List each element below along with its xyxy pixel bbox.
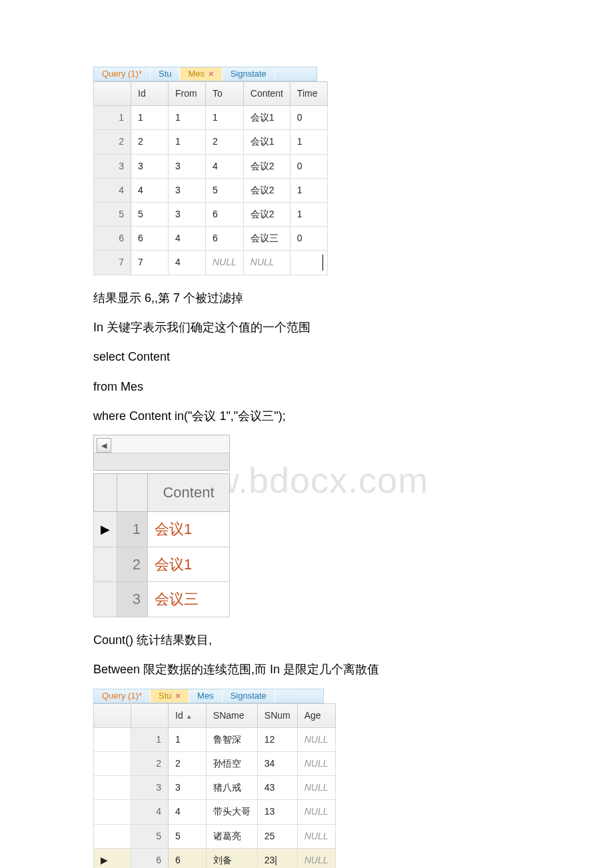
col-age[interactable]: Age (297, 703, 335, 727)
tab-signstate[interactable]: Signstate (223, 689, 275, 703)
row-gutter-header (117, 474, 148, 512)
cell[interactable]: 13 (257, 800, 297, 824)
cell[interactable]: NULL (243, 251, 290, 275)
row-num: 6 (131, 848, 169, 868)
cell[interactable]: 会议2 (243, 202, 290, 226)
cell[interactable]: 会议三 (148, 582, 230, 617)
cell[interactable]: 会议三 (243, 227, 290, 251)
cell[interactable]: 3 (169, 776, 207, 800)
cell[interactable]: 孙悟空 (206, 751, 257, 775)
cell[interactable]: 1 (169, 106, 206, 130)
cell[interactable]: 1 (169, 727, 207, 751)
cell[interactable]: 3 (169, 178, 206, 202)
cell[interactable]: 会议1 (243, 106, 290, 130)
cell[interactable]: 2 (131, 130, 169, 154)
close-icon[interactable]: × (209, 66, 214, 81)
cell[interactable]: 5 (131, 202, 169, 226)
cell[interactable] (290, 251, 327, 275)
cell[interactable]: NULL (297, 776, 335, 800)
cell[interactable]: NULL (297, 727, 335, 751)
cell[interactable]: 0 (290, 106, 327, 130)
row-num: 5 (131, 824, 169, 848)
cell[interactable]: 34 (257, 751, 297, 775)
sql-line: where Content in("会议 1","会议三"); (93, 405, 520, 427)
cell[interactable]: 带头大哥 (206, 800, 257, 824)
cell[interactable]: 0 (290, 227, 327, 251)
cell[interactable]: 23| (257, 848, 297, 868)
col-content[interactable]: Content (243, 82, 290, 106)
col-time[interactable]: Time (290, 82, 327, 106)
cell[interactable]: 6 (206, 202, 244, 226)
row-num: 7 (94, 251, 131, 275)
cell[interactable]: 会议2 (243, 178, 290, 202)
cell[interactable]: 43 (257, 776, 297, 800)
col-sname[interactable]: SName (206, 703, 257, 727)
cell[interactable]: 1 (290, 178, 327, 202)
col-to[interactable]: To (206, 82, 244, 106)
tab-signstate[interactable]: Signstate (223, 67, 275, 81)
cursor-icon: ▶ (94, 512, 117, 547)
cell[interactable]: 6 (206, 227, 244, 251)
col-id[interactable]: Id (131, 82, 169, 106)
cell[interactable]: 4 (169, 251, 206, 275)
cell[interactable]: 诸葛亮 (206, 824, 257, 848)
cell[interactable]: 3 (169, 202, 206, 226)
cell[interactable]: 0 (290, 154, 327, 178)
cell[interactable]: NULL (297, 800, 335, 824)
row-num: 1 (131, 727, 169, 751)
tab-stu[interactable]: Stu × (151, 689, 189, 703)
paragraph: Between 限定数据的连续范围,而 In 是限定几个离散值 (93, 659, 520, 680)
cell[interactable]: 鲁智深 (206, 727, 257, 751)
cell[interactable]: 1 (169, 130, 206, 154)
cell[interactable]: 2 (206, 130, 244, 154)
cell[interactable]: 会议1 (148, 512, 230, 547)
row-marker (94, 824, 131, 848)
cell[interactable]: 4 (131, 178, 169, 202)
cell[interactable]: 4 (169, 800, 207, 824)
col-snum[interactable]: SNum (257, 703, 297, 727)
tab-mes[interactable]: Mes × (180, 67, 222, 81)
cell[interactable]: 4 (206, 154, 244, 178)
cell[interactable]: NULL (297, 824, 335, 848)
cell[interactable]: 3 (169, 154, 206, 178)
cell[interactable]: 6 (169, 848, 207, 868)
scroll-left-icon[interactable]: ◀ (97, 438, 111, 453)
cell[interactable]: 会议2 (243, 154, 290, 178)
cell[interactable]: 12 (257, 727, 297, 751)
cell[interactable]: 3 (131, 154, 169, 178)
cell[interactable]: 会议1 (243, 130, 290, 154)
cell[interactable]: 2 (169, 751, 207, 775)
tab-mes[interactable]: Mes (189, 689, 223, 703)
row-num: 5 (94, 202, 131, 226)
cell[interactable]: 6 (131, 227, 169, 251)
tab-stu[interactable]: Stu (151, 67, 181, 81)
cell[interactable]: 1 (290, 202, 327, 226)
col-content[interactable]: Content (148, 474, 230, 512)
cell[interactable]: 5 (206, 178, 244, 202)
cell[interactable]: 7 (131, 251, 169, 275)
row-num: 3 (94, 154, 131, 178)
cell[interactable]: 猪八戒 (206, 776, 257, 800)
col-from[interactable]: From (169, 82, 206, 106)
cell[interactable]: 4 (169, 227, 206, 251)
close-icon[interactable]: × (175, 688, 181, 703)
tab-query[interactable]: Query (1)* (94, 67, 151, 81)
row-num: 3 (117, 582, 148, 617)
cell[interactable]: 刘备 (206, 848, 257, 868)
tab-query[interactable]: Query (1)* (94, 689, 151, 703)
watermark: w.bdocx.com (213, 448, 428, 513)
row-num: 1 (94, 106, 131, 130)
cell[interactable]: 会议1 (148, 547, 230, 582)
cell[interactable]: NULL (206, 251, 244, 275)
cell[interactable]: 1 (290, 130, 327, 154)
cell[interactable]: NULL (297, 751, 335, 775)
tab-bar-stu: Query (1)* Stu × Mes Signstate (93, 689, 324, 703)
cell[interactable]: 1 (206, 106, 244, 130)
col-id[interactable]: Id▲ (169, 703, 207, 727)
cell[interactable]: 25 (257, 824, 297, 848)
cell[interactable]: 1 (131, 106, 169, 130)
paragraph: In 关键字表示我们确定这个值的一个范围 (93, 317, 520, 338)
cell[interactable]: NULL (297, 848, 335, 868)
stu-data-grid: Id▲ SName SNum Age 11鲁智深12NULL 22孙悟空34NU… (93, 703, 336, 868)
cell[interactable]: 5 (169, 824, 207, 848)
